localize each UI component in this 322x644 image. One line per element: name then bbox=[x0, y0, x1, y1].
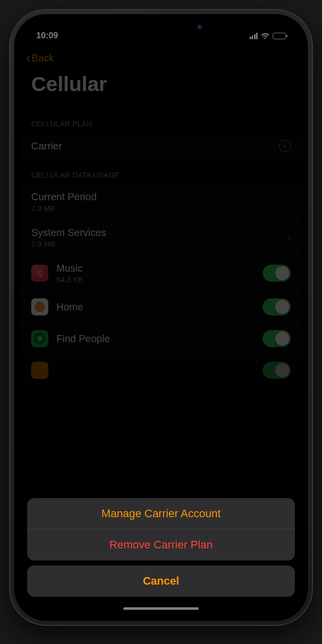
cancel-button[interactable]: Cancel bbox=[27, 566, 295, 597]
home-indicator[interactable] bbox=[123, 607, 199, 610]
remove-carrier-plan-button[interactable]: Remove Carrier Plan bbox=[27, 529, 295, 560]
manage-carrier-account-button[interactable]: Manage Carrier Account bbox=[27, 498, 295, 529]
action-sheet: Manage Carrier Account Remove Carrier Pl… bbox=[20, 20, 302, 615]
